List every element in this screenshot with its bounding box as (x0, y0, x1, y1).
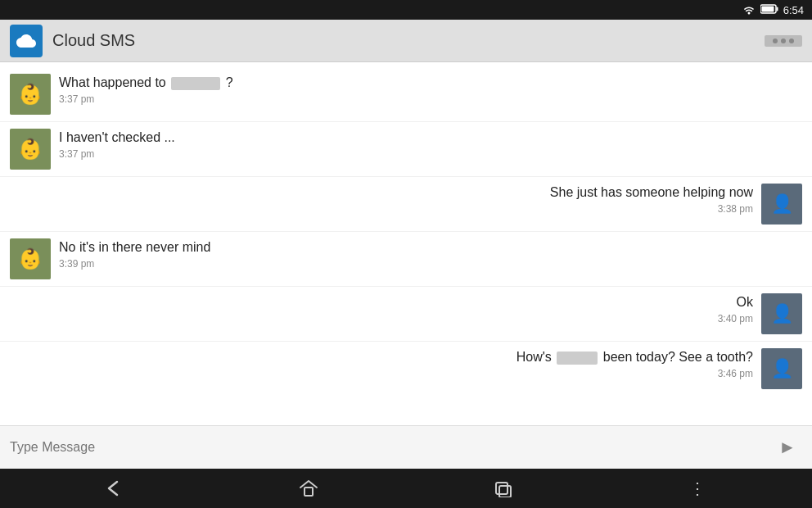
message-text: How's been today? See a tooth? (517, 348, 753, 366)
input-area: ► (0, 425, 812, 469)
message-content: How's been today? See a tooth? 3:46 pm (517, 348, 753, 379)
more-button[interactable]: ⋮ (674, 472, 723, 505)
svg-rect-4 (496, 483, 508, 494)
back-button[interactable] (89, 472, 138, 505)
message-row: No it's in there never mind 3:39 pm (0, 234, 812, 284)
avatar (10, 129, 51, 170)
message-content: She just has someone helping now 3:38 pm (550, 184, 753, 215)
message-time: 3:40 pm (718, 313, 753, 324)
app-title: Cloud SMS (52, 31, 765, 50)
app-bar: Cloud SMS (0, 20, 812, 62)
battery-icon (760, 4, 778, 16)
status-time: 6:54 (783, 4, 804, 16)
svg-rect-1 (761, 6, 774, 11)
svg-rect-5 (499, 486, 511, 497)
message-input[interactable] (10, 437, 766, 458)
message-time: 3:38 pm (550, 203, 753, 215)
message-row: What happened to ? 3:37 pm (0, 69, 812, 120)
message-text: What happened to ? (59, 74, 233, 92)
message-time: 3:37 pm (59, 93, 233, 105)
message-time: 3:46 pm (517, 368, 753, 379)
send-icon: ► (778, 437, 796, 458)
cloud-sms-icon (16, 31, 36, 51)
app-bar-actions[interactable] (765, 35, 802, 47)
svg-rect-2 (776, 7, 778, 11)
message-time: 3:39 pm (59, 258, 210, 270)
message-text: No it's in there never mind (59, 238, 210, 256)
sent-avatar-image (761, 184, 802, 225)
redacted-span (557, 352, 598, 365)
action-dot-3 (789, 39, 794, 43)
message-row: Ok 3:40 pm (0, 288, 812, 339)
message-text: She just has someone helping now (550, 184, 753, 202)
avatar-image (10, 238, 51, 279)
wifi-icon (742, 3, 756, 17)
message-row: I haven't checked ... 3:37 pm (0, 124, 812, 175)
sent-avatar (761, 348, 802, 389)
svg-rect-3 (304, 488, 313, 496)
sent-avatar-image (761, 293, 802, 334)
chat-area: What happened to ? 3:37 pm I haven't che… (0, 62, 812, 425)
message-content: Ok 3:40 pm (718, 293, 753, 324)
message-time: 3:37 pm (59, 148, 175, 160)
message-row: She just has someone helping now 3:38 pm (0, 179, 812, 229)
app-icon (10, 25, 43, 57)
more-dots-icon: ⋮ (689, 479, 707, 498)
sent-avatar (761, 184, 802, 225)
redacted-span (171, 77, 220, 90)
nav-bar: ⋮ (0, 469, 812, 508)
message-content: What happened to ? 3:37 pm (59, 74, 233, 105)
message-text: I haven't checked ... (59, 129, 175, 147)
sent-avatar (761, 293, 802, 334)
status-bar: 6:54 (0, 0, 812, 20)
avatar-image (10, 129, 51, 170)
home-button[interactable] (284, 472, 333, 505)
message-content: I haven't checked ... 3:37 pm (59, 129, 175, 160)
action-dot-1 (773, 39, 778, 43)
avatar-image (10, 74, 51, 115)
avatar (10, 74, 51, 115)
message-row: How's been today? See a tooth? 3:46 pm (0, 343, 812, 394)
recents-button[interactable] (479, 472, 528, 505)
avatar (10, 238, 51, 279)
message-content: No it's in there never mind 3:39 pm (59, 238, 210, 270)
message-text: Ok (718, 293, 753, 311)
action-dot-2 (781, 39, 786, 43)
status-icons (742, 3, 778, 17)
send-button[interactable]: ► (773, 433, 802, 462)
sent-avatar-image (761, 348, 802, 389)
